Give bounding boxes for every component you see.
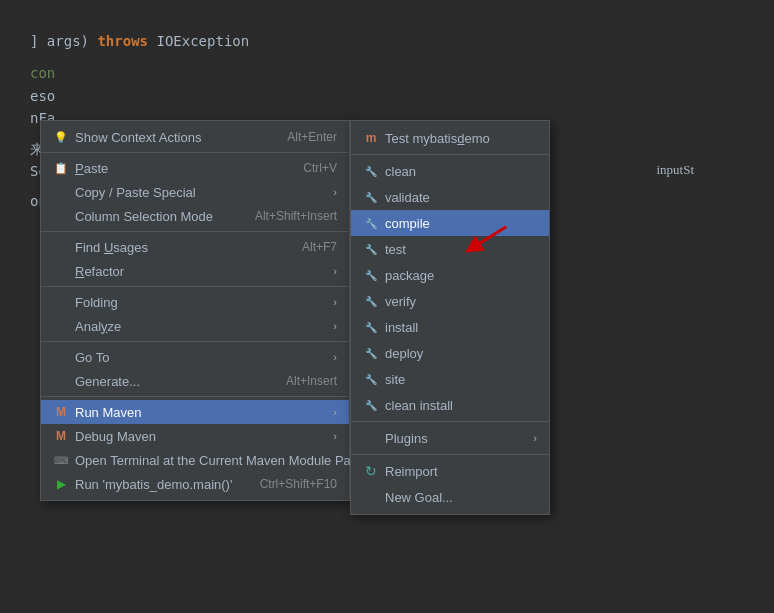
analyze-item[interactable]: Analyze › — [41, 314, 349, 338]
debug-maven-label: Debug Maven — [75, 429, 156, 444]
show-context-actions-shortcut: Alt+Enter — [287, 130, 337, 144]
maven-clean-install[interactable]: 🔧 clean install — [351, 392, 549, 418]
folding-label: Folding — [75, 295, 118, 310]
maven-compile-icon: 🔧 — [363, 215, 379, 231]
find-usages-shortcut: Alt+F7 — [302, 240, 337, 254]
maven-clean[interactable]: 🔧 clean — [351, 158, 549, 184]
maven-validate[interactable]: 🔧 validate — [351, 184, 549, 210]
paste-shortcut: Ctrl+V — [303, 161, 337, 175]
maven-new-goal-label: New Goal... — [385, 490, 453, 505]
folding-arrow: › — [333, 296, 337, 308]
maven-verify-icon: 🔧 — [363, 293, 379, 309]
analyze-arrow: › — [333, 320, 337, 332]
maven-site-label: site — [385, 372, 405, 387]
run-main-item[interactable]: ▶ Run 'mybatis_demo.main()' Ctrl+Shift+F… — [41, 472, 349, 496]
maven-deploy-icon: 🔧 — [363, 345, 379, 361]
find-icon — [53, 239, 69, 255]
goto-item[interactable]: Go To › — [41, 345, 349, 369]
show-context-actions-label: Show Context Actions — [75, 130, 201, 145]
maven-verify-label: verify — [385, 294, 416, 309]
debug-maven-icon: M — [53, 428, 69, 444]
maven-test-label: test — [385, 242, 406, 257]
maven-package-label: package — [385, 268, 434, 283]
sep1 — [41, 231, 349, 232]
refactor-item[interactable]: Refactor › — [41, 259, 349, 283]
maven-reimport[interactable]: ↻ Reimport — [351, 458, 549, 484]
copy-paste-icon — [53, 184, 69, 200]
generate-label: Generate... — [75, 374, 140, 389]
maven-sep1 — [351, 421, 549, 422]
red-arrow-indicator — [450, 218, 510, 258]
maven-plugins[interactable]: Plugins › — [351, 425, 549, 451]
column-shortcut: Alt+Shift+Insert — [255, 209, 337, 223]
run-maven-label: Run Maven — [75, 405, 141, 420]
new-goal-icon — [363, 489, 379, 505]
run-maven-item[interactable]: M Run Maven › — [41, 400, 349, 424]
run-maven-arrow: › — [333, 406, 337, 418]
maven-test-icon: 🔧 — [363, 241, 379, 257]
plugins-arrow: › — [533, 432, 537, 444]
reimport-icon: ↻ — [363, 463, 379, 479]
maven-site[interactable]: 🔧 site — [351, 366, 549, 392]
maven-clean-label: clean — [385, 164, 416, 179]
maven-clean-install-icon: 🔧 — [363, 397, 379, 413]
refactor-arrow: › — [333, 265, 337, 277]
open-terminal-label: Open Terminal at the Current Maven Modul… — [75, 453, 362, 468]
goto-icon — [53, 349, 69, 365]
sep3 — [41, 341, 349, 342]
copy-paste-arrow: › — [333, 186, 337, 198]
maven-submenu: m Test mybatisdemo 🔧 clean 🔧 validate 🔧 … — [350, 120, 550, 515]
maven-reimport-label: Reimport — [385, 464, 438, 479]
column-selection-item[interactable]: Column Selection Mode Alt+Shift+Insert — [41, 204, 349, 228]
maven-install-label: install — [385, 320, 418, 335]
copy-paste-special-item[interactable]: Copy / Paste Special › — [41, 180, 349, 204]
maven-verify[interactable]: 🔧 verify — [351, 288, 549, 314]
paste-icon: 📋 — [53, 160, 69, 176]
run-main-shortcut: Ctrl+Shift+F10 — [260, 477, 337, 491]
find-usages-item[interactable]: Find Usages Alt+F7 — [41, 235, 349, 259]
maven-plugins-label: Plugins — [385, 431, 428, 446]
goto-arrow: › — [333, 351, 337, 363]
show-context-actions[interactable]: 💡 Show Context Actions Alt+Enter — [41, 125, 349, 149]
maven-deploy[interactable]: 🔧 deploy — [351, 340, 549, 366]
paste-item[interactable]: 📋 Paste Ctrl+V — [41, 156, 349, 180]
maven-validate-icon: 🔧 — [363, 189, 379, 205]
svg-line-1 — [473, 227, 507, 248]
goto-label: Go To — [75, 350, 109, 365]
maven-clean-install-label: clean install — [385, 398, 453, 413]
generate-shortcut: Alt+Insert — [286, 374, 337, 388]
folding-item[interactable]: Folding › — [41, 290, 349, 314]
maven-header: m Test mybatisdemo — [351, 125, 549, 151]
open-terminal-item[interactable]: ⌨ Open Terminal at the Current Maven Mod… — [41, 448, 349, 472]
analyze-icon — [53, 318, 69, 334]
generate-item[interactable]: Generate... Alt+Insert — [41, 369, 349, 393]
debug-maven-item[interactable]: M Debug Maven › — [41, 424, 349, 448]
maven-header-icon: m — [363, 130, 379, 146]
maven-install[interactable]: 🔧 install — [351, 314, 549, 340]
refactor-icon — [53, 263, 69, 279]
maven-sep2 — [351, 454, 549, 455]
maven-new-goal[interactable]: New Goal... — [351, 484, 549, 510]
maven-deploy-label: deploy — [385, 346, 423, 361]
sep2 — [41, 286, 349, 287]
maven-sep-header — [351, 154, 549, 155]
refactor-label: Refactor — [75, 264, 124, 279]
maven-install-icon: 🔧 — [363, 319, 379, 335]
context-menu: 💡 Show Context Actions Alt+Enter 📋 Paste… — [40, 120, 350, 501]
maven-package[interactable]: 🔧 package — [351, 262, 549, 288]
analyze-label: Analyze — [75, 319, 121, 334]
generate-icon — [53, 373, 69, 389]
find-usages-label: Find Usages — [75, 240, 148, 255]
copy-paste-label: Copy / Paste Special — [75, 185, 196, 200]
maven-package-icon: 🔧 — [363, 267, 379, 283]
maven-clean-icon: 🔧 — [363, 163, 379, 179]
folding-icon — [53, 294, 69, 310]
sep-paste — [41, 152, 349, 153]
debug-maven-arrow: › — [333, 430, 337, 442]
sep4 — [41, 396, 349, 397]
terminal-icon: ⌨ — [53, 452, 69, 468]
run-icon: ▶ — [53, 476, 69, 492]
run-main-label: Run 'mybatis_demo.main()' — [75, 477, 232, 492]
maven-compile-label: compile — [385, 216, 430, 231]
paste-label: Paste — [75, 161, 108, 176]
